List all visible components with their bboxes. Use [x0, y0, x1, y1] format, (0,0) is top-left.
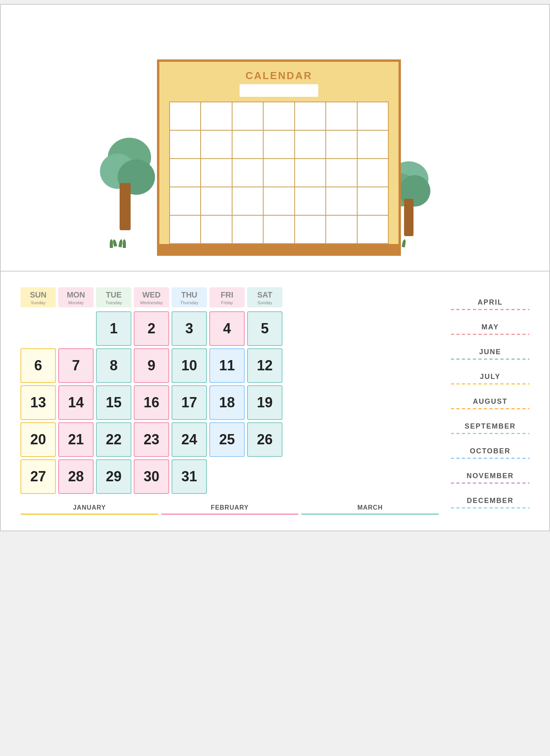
house-cal-cell	[263, 187, 294, 215]
day-header-sat: SATSunday	[247, 287, 282, 307]
calendar-cell: 18	[209, 385, 245, 420]
right-month-september: SEPTEMBER	[451, 418, 530, 437]
calendar-cell: 12	[247, 348, 282, 383]
house-cal-cell	[201, 187, 232, 215]
house-cal-cell	[232, 102, 263, 130]
calendar-cell: 9	[134, 348, 169, 383]
day-header-wed: WEDWednesday	[134, 287, 169, 307]
day-header-tue: TUETuesday	[96, 287, 131, 307]
house-cal-cell	[357, 102, 388, 130]
house-cal-cell	[326, 102, 357, 130]
day-abbr: TUE	[98, 290, 130, 299]
trunk-left	[120, 183, 131, 230]
house-cal-cell	[295, 159, 326, 187]
house-cal-cell	[326, 159, 357, 187]
calendar-cell: 13	[20, 385, 56, 420]
calendar-cell: 27	[20, 459, 56, 494]
calendar-cell: 11	[209, 348, 245, 383]
right-month-august: AUGUST	[451, 394, 530, 412]
calendar-row: 20212223242526	[20, 422, 439, 457]
house-cal-cell	[295, 215, 326, 244]
house-cal-row	[170, 159, 388, 187]
house-cal-cell	[357, 130, 388, 159]
day-full: Thursday	[173, 300, 205, 305]
calendar-cell: 1	[96, 311, 131, 346]
day-full: Wednesday	[135, 300, 168, 305]
house-cal-cell	[295, 130, 326, 159]
day-full: Tuesday	[98, 300, 130, 305]
house: CALENDAR	[145, 4, 413, 256]
calendar-cell: 24	[172, 422, 207, 457]
day-abbr: SAT	[249, 290, 281, 299]
house-cal-cell	[170, 130, 201, 159]
month-bar	[240, 84, 318, 97]
right-month-may: MAY	[451, 319, 530, 338]
house-cal-cell	[326, 130, 357, 159]
calendar-cell: 10	[172, 348, 207, 383]
bottom-months: JANUARYFEBRUARYMARCH	[20, 500, 439, 515]
day-abbr: THU	[173, 290, 205, 299]
grass-blade	[118, 239, 123, 248]
calendar-cell: 30	[134, 459, 169, 494]
bottom-month-january: JANUARY	[20, 500, 159, 515]
house-cal-cell	[232, 130, 263, 159]
house-cal-cell	[263, 102, 294, 130]
calendar-cell	[20, 311, 56, 346]
bottom-panel: SUNSundayMONMondayTUETuesdayWEDWednesday…	[0, 272, 550, 531]
bottom-month-march: MARCH	[301, 500, 439, 515]
day-full: Friday	[211, 300, 243, 305]
day-full: Sunday	[249, 300, 281, 305]
calendar-row: 6789101112	[20, 348, 439, 383]
grass-blade	[110, 239, 113, 248]
calendar-row: 2728293031	[20, 459, 439, 494]
right-month-october: OCTOBER	[451, 443, 530, 462]
house-cal-cell	[263, 130, 294, 159]
right-month-december: DECEMBER	[451, 493, 530, 512]
house-body: CALENDAR	[157, 59, 401, 244]
house-cal-cell	[295, 102, 326, 130]
house-cal-row	[170, 187, 388, 215]
calendar-row: 13141516171819	[20, 385, 439, 420]
calendar-row: 12345	[20, 311, 439, 346]
day-abbr: MON	[60, 290, 92, 299]
house-cal-cell	[201, 215, 232, 244]
calendar-cell: 8	[96, 348, 131, 383]
calendar-cell: 6	[20, 348, 56, 383]
calendar-cell	[209, 459, 245, 494]
day-header-thu: THUThursday	[172, 287, 207, 307]
calendar-cell: 29	[96, 459, 131, 494]
day-full: Monday	[60, 300, 92, 305]
calendar-cell: 22	[96, 422, 131, 457]
day-header-sun: SUNSunday	[20, 287, 56, 307]
bottom-month-february: FEBRUARY	[161, 500, 299, 515]
calendar-grid: 1234567891011121314151617181920212223242…	[20, 311, 439, 494]
day-abbr: FRI	[211, 290, 243, 299]
calendar-cell: 28	[58, 459, 94, 494]
house-cal-cell	[170, 187, 201, 215]
calendar-section: SUNSundayMONMondayTUETuesdayWEDWednesday…	[20, 287, 439, 515]
calendar-title: CALENDAR	[245, 70, 312, 81]
calendar-cell: 2	[134, 311, 169, 346]
house-cal-cell	[357, 215, 388, 244]
house-cal-cell	[201, 159, 232, 187]
right-month-november: NOVEMBER	[451, 468, 530, 487]
house-cal-cell	[357, 187, 388, 215]
day-header-fri: FRIFriday	[209, 287, 245, 307]
house-cal-row	[170, 215, 388, 244]
calendar-cell: 7	[58, 348, 94, 383]
house-cal-cell	[326, 215, 357, 244]
calendar-cell: 16	[134, 385, 169, 420]
house-calendar-grid	[169, 102, 389, 244]
calendar-cell: 5	[247, 311, 282, 346]
trunk-right	[404, 199, 413, 236]
right-month-june: JUNE	[451, 344, 530, 363]
house-cal-cell	[201, 130, 232, 159]
calendar-cell: 17	[172, 385, 207, 420]
grass-blade	[402, 239, 406, 248]
canopy3-right	[399, 175, 430, 207]
top-panel: CALENDAR	[0, 4, 550, 272]
calendar-cell: 19	[247, 385, 282, 420]
calendar-cell: 20	[20, 422, 56, 457]
days-header: SUNSundayMONMondayTUETuesdayWEDWednesday…	[20, 287, 439, 307]
months-list: APRILMAYJUNEJULYAUGUSTSEPTEMBEROCTOBERNO…	[451, 287, 530, 515]
